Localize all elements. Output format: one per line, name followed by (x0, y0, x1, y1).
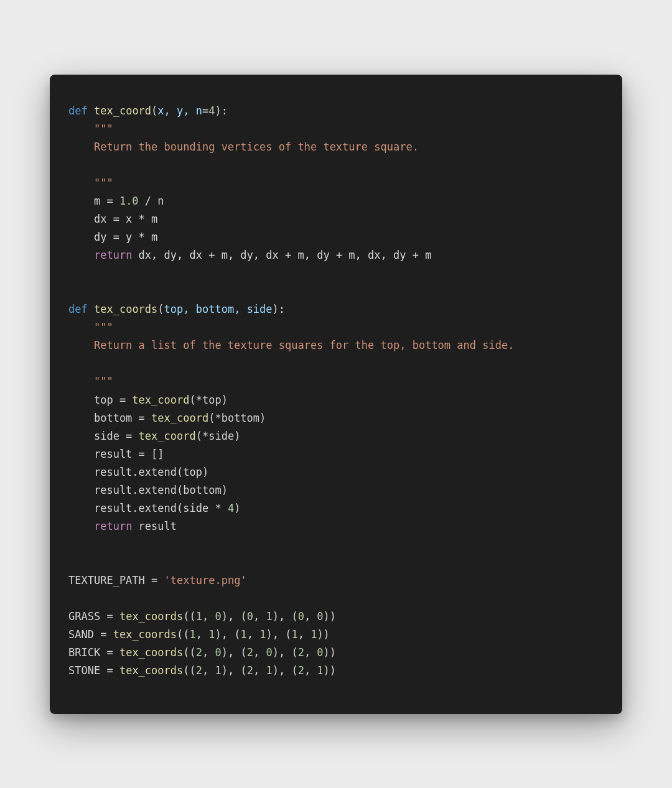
function-call: tex_coord (139, 430, 196, 442)
comma: , (202, 664, 215, 677)
code-content: def tex_coord(x, y, n=4): """ Return the… (68, 102, 604, 680)
comma: , (304, 646, 317, 659)
indent (68, 520, 94, 532)
number: 1 (259, 628, 266, 641)
code-text: ) (234, 502, 240, 514)
number: 1.0 (119, 195, 139, 207)
paren: )) (324, 664, 336, 677)
comma: , (202, 646, 215, 659)
comma: ), ( (273, 664, 298, 677)
comma: , (202, 610, 215, 623)
number: 2 (196, 646, 202, 659)
code-line: result.extend(bottom) (68, 484, 228, 496)
code-line: m = (68, 195, 119, 207)
comma: , (247, 628, 259, 641)
return-expr: result (132, 520, 177, 532)
number: 1 (190, 628, 196, 641)
comma: ), ( (273, 646, 298, 659)
comma: ), ( (222, 664, 247, 677)
number: 1 (240, 628, 246, 641)
paren: (( (177, 628, 189, 641)
keyword-def: def (68, 303, 88, 315)
docstring-line: Return the bounding vertices of the text… (68, 141, 419, 153)
code-text: side = (68, 430, 139, 442)
docstring-close: """ (68, 375, 113, 387)
equals: = (100, 610, 119, 623)
params: x, y, n (157, 104, 202, 117)
equals: = (145, 574, 164, 586)
comma: ), ( (215, 628, 241, 641)
function-call: tex_coord (132, 394, 189, 406)
constant-name: TEXTURE_PATH (68, 574, 145, 586)
comma: , (304, 610, 317, 623)
paren: )) (324, 610, 336, 623)
code-text: top = (68, 394, 132, 406)
comma: ), ( (266, 628, 291, 641)
code-line: result = [] (68, 448, 164, 460)
number: 2 (298, 646, 304, 659)
string-literal: 'texture.png' (164, 574, 247, 586)
equals: = (100, 664, 119, 677)
keyword-def: def (68, 104, 88, 117)
code-line: dx = x * m (68, 213, 157, 225)
number: 2 (298, 664, 304, 677)
default-value: 4 (208, 104, 215, 117)
paren: (( (183, 610, 195, 623)
comma: , (196, 628, 208, 641)
number: 4 (228, 502, 234, 514)
constant-name: GRASS (68, 610, 100, 623)
comma: ), ( (273, 610, 298, 623)
number: 2 (247, 646, 253, 659)
code-line: result.extend(top) (68, 466, 208, 478)
code-text: (*side) (196, 430, 241, 442)
function-call: tex_coords (119, 610, 183, 623)
code-line: dy = y * m (68, 231, 157, 243)
docstring-line: Return a list of the texture squares for… (68, 339, 514, 351)
docstring-open: """ (94, 321, 113, 333)
code-text: / n (139, 195, 164, 207)
docstring-open: """ (94, 123, 113, 135)
function-call: tex_coords (119, 646, 183, 659)
paren: (( (183, 646, 195, 659)
keyword-return: return (94, 249, 132, 261)
number: 1 (208, 628, 215, 641)
number: 0 (247, 610, 253, 623)
equals: = (100, 646, 119, 659)
number: 0 (215, 610, 221, 623)
paren: (( (183, 664, 195, 677)
number: 2 (196, 664, 202, 677)
equals: = (94, 628, 113, 641)
constant-name: BRICK (68, 646, 100, 659)
paren: )) (324, 646, 336, 659)
number: 0 (215, 646, 221, 659)
params: top, bottom, side (164, 303, 273, 315)
comma: , (253, 610, 266, 623)
comma: , (253, 646, 266, 659)
function-name: tex_coords (94, 303, 157, 315)
number: 1 (317, 664, 323, 677)
function-name: tex_coord (94, 104, 151, 117)
code-text: (*bottom) (208, 412, 266, 424)
number: 1 (266, 664, 272, 677)
comma: , (253, 664, 266, 677)
paren: )) (317, 628, 329, 641)
code-text: bottom = (68, 412, 151, 424)
code-block: def tex_coord(x, y, n=4): """ Return the… (50, 75, 622, 714)
number: 1 (291, 628, 297, 641)
docstring-close: """ (68, 177, 113, 189)
number: 0 (298, 610, 304, 623)
number: 2 (247, 664, 253, 677)
return-expr: dx, dy, dx + m, dy, dx + m, dy + m, dx, … (132, 249, 431, 261)
function-call: tex_coords (113, 628, 177, 641)
constant-name: SAND (68, 628, 94, 641)
constant-name: STONE (68, 664, 100, 677)
comma: ), ( (222, 646, 247, 659)
indent (68, 249, 94, 261)
number: 0 (317, 646, 323, 659)
function-call: tex_coords (119, 664, 183, 677)
number: 1 (266, 610, 272, 623)
number: 1 (215, 664, 221, 677)
number: 0 (266, 646, 272, 659)
comma: , (298, 628, 310, 641)
code-text: result.extend(side * (68, 502, 228, 514)
